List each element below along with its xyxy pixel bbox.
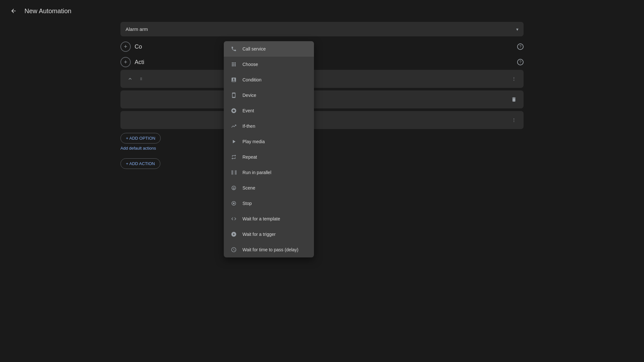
dropdown-item-condition-label: Condition [242, 77, 308, 82]
stop-icon [230, 200, 237, 207]
dropdown-item-wait-for-trigger-label: Wait for a trigger [242, 232, 308, 237]
dropdown-item-scene[interactable]: Scene [224, 180, 314, 196]
dropdown-item-play-media-label: Play media [242, 139, 308, 144]
dropdown-item-wait-for-time-label: Wait for time to pass (delay) [242, 247, 308, 252]
dropdown-item-choose-label: Choose [242, 62, 308, 67]
dropdown-item-run-in-parallel-label: Run in parallel [242, 170, 308, 175]
dropdown-item-repeat-label: Repeat [242, 154, 308, 160]
device-icon [230, 92, 237, 99]
repeat-icon [230, 153, 237, 161]
dropdown-item-device-label: Device [242, 93, 308, 98]
scene-icon [230, 184, 237, 191]
dropdown-item-call-service-label: Call service [242, 46, 308, 51]
wait-for-time-icon [230, 246, 237, 253]
wait-for-trigger-icon [230, 231, 237, 238]
condition-icon [230, 76, 237, 83]
dropdown-item-wait-for-trigger[interactable]: Wait for a trigger [224, 227, 314, 242]
event-icon [230, 107, 237, 114]
dropdown-item-choose[interactable]: Choose [224, 57, 314, 72]
if-then-icon [230, 123, 237, 130]
run-in-parallel-icon [230, 169, 237, 176]
dropdown-item-repeat[interactable]: Repeat [224, 149, 314, 165]
dropdown-item-event[interactable]: Event [224, 103, 314, 118]
dropdown-item-wait-for-time[interactable]: Wait for time to pass (delay) [224, 242, 314, 257]
dropdown-item-stop-label: Stop [242, 201, 308, 206]
dropdown-item-call-service[interactable]: Call service [224, 41, 314, 57]
dropdown-item-run-in-parallel[interactable]: Run in parallel [224, 165, 314, 180]
call-service-icon [230, 45, 237, 52]
dropdown-item-wait-for-template[interactable]: Wait for a template [224, 211, 314, 227]
action-type-dropdown: Call serviceChooseConditionDeviceEventIf… [224, 41, 314, 257]
dropdown-overlay[interactable] [0, 0, 644, 362]
choose-icon [230, 61, 237, 68]
dropdown-item-condition[interactable]: Condition [224, 72, 314, 88]
dropdown-item-device[interactable]: Device [224, 88, 314, 103]
dropdown-item-if-then[interactable]: If-then [224, 118, 314, 134]
play-media-icon [230, 138, 237, 145]
dropdown-item-scene-label: Scene [242, 185, 308, 190]
dropdown-item-if-then-label: If-then [242, 124, 308, 129]
dropdown-item-wait-for-template-label: Wait for a template [242, 216, 308, 221]
dropdown-item-stop[interactable]: Stop [224, 196, 314, 211]
dropdown-item-play-media[interactable]: Play media [224, 134, 314, 149]
dropdown-item-event-label: Event [242, 108, 308, 113]
wait-for-template-icon [230, 215, 237, 222]
